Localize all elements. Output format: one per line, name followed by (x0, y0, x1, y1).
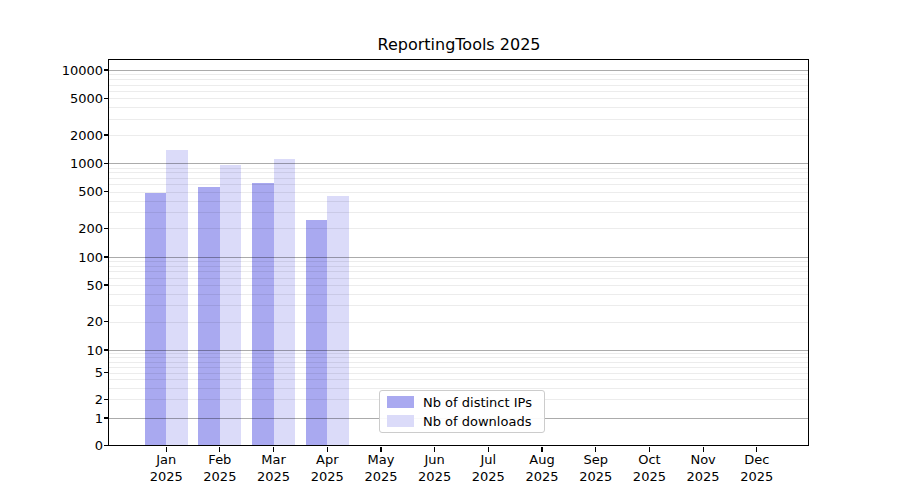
y-tick-mark-500 (104, 191, 109, 192)
y-tick-mark-20 (104, 321, 109, 322)
y-tick-mark-10000 (104, 69, 109, 70)
y-tick-mark-1000 (104, 163, 109, 164)
y-tick-label-2000: 2000 (28, 128, 103, 143)
legend-item-downloads: Nb of downloads (387, 414, 537, 429)
legend-swatch-downloads (387, 415, 414, 428)
bar-downloads-jan (166, 150, 188, 446)
y-tick-label-20: 20 (28, 314, 103, 329)
bar-downloads-feb (220, 165, 242, 445)
bar-distinct-ips-jan (145, 193, 167, 446)
x-tick-label-line: Dec (725, 452, 789, 469)
x-tick-label-dec: Dec2025 (725, 452, 789, 485)
x-tick-mark-apr (327, 447, 328, 452)
y-tick-mark-2000 (104, 134, 109, 135)
y-tick-label-1: 1 (28, 411, 103, 426)
bar-distinct-ips-mar (252, 183, 274, 446)
y-tick-mark-10 (104, 349, 109, 350)
reporting-tools-chart: ReportingTools 2025 01251020501002005001… (0, 0, 900, 500)
x-tick-mark-dec (756, 447, 757, 452)
x-tick-mark-nov (703, 447, 704, 452)
legend-label-downloads: Nb of downloads (423, 414, 531, 429)
y-tick-mark-50 (104, 284, 109, 285)
y-tick-mark-5 (104, 372, 109, 373)
legend: Nb of distinct IPs Nb of downloads (379, 390, 545, 433)
x-tick-mark-jun (434, 447, 435, 452)
y-tick-mark-1 (104, 417, 109, 418)
x-tick-mark-mar (273, 447, 274, 452)
y-tick-label-10: 10 (28, 343, 103, 358)
y-tick-label-500: 500 (28, 184, 103, 199)
x-tick-mark-jul (488, 447, 489, 452)
y-tick-label-200: 200 (28, 221, 103, 236)
y-tick-mark-100 (104, 256, 109, 257)
chart-title: ReportingTools 2025 (108, 35, 810, 54)
y-tick-label-1000: 1000 (28, 156, 103, 171)
y-tick-label-2: 2 (28, 392, 103, 407)
bar-downloads-apr (327, 196, 349, 446)
bar-downloads-mar (274, 159, 296, 445)
y-tick-label-0: 0 (28, 438, 103, 453)
legend-label-distinct-ips: Nb of distinct IPs (423, 395, 532, 410)
y-tick-label-5000: 5000 (28, 91, 103, 106)
x-tick-mark-jan (166, 447, 167, 452)
y-tick-mark-5000 (104, 98, 109, 99)
y-tick-mark-2 (104, 399, 109, 400)
legend-swatch-distinct-ips (387, 396, 414, 409)
x-tick-label-line: 2025 (725, 469, 789, 486)
y-tick-mark-0 (104, 445, 109, 446)
y-tick-label-50: 50 (28, 278, 103, 293)
bar-distinct-ips-feb (198, 187, 220, 445)
y-tick-mark-200 (104, 228, 109, 229)
bar-distinct-ips-apr (306, 220, 328, 445)
y-tick-label-5: 5 (28, 365, 103, 380)
x-tick-mark-may (380, 447, 381, 452)
x-tick-mark-oct (649, 447, 650, 452)
legend-item-distinct-ips: Nb of distinct IPs (387, 395, 537, 410)
x-tick-mark-sep (595, 447, 596, 452)
y-tick-label-100: 100 (28, 250, 103, 265)
x-tick-mark-feb (219, 447, 220, 452)
x-tick-mark-aug (541, 447, 542, 452)
y-tick-label-10000: 10000 (28, 63, 103, 78)
